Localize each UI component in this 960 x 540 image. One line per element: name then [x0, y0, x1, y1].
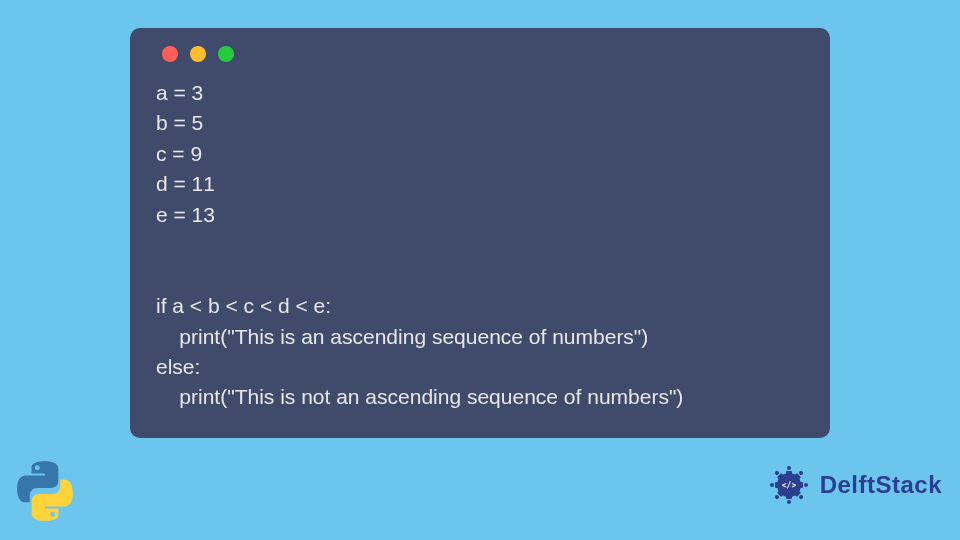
- svg-point-11: [787, 500, 791, 504]
- code-line: print("This is not an ascending sequence…: [156, 385, 683, 408]
- svg-point-14: [774, 470, 780, 476]
- svg-point-13: [770, 483, 774, 487]
- python-logo-icon: [14, 460, 76, 522]
- minimize-dot-icon: [190, 46, 206, 62]
- code-line: c = 9: [156, 142, 202, 165]
- code-line: else:: [156, 355, 200, 378]
- code-line: d = 11: [156, 172, 215, 195]
- delftstack-brand: </> DelftStack: [764, 460, 942, 510]
- svg-rect-3: [786, 471, 792, 477]
- code-line: b = 5: [156, 111, 203, 134]
- svg-point-9: [804, 483, 808, 487]
- code-window: a = 3 b = 5 c = 9 d = 11 e = 13 if a < b…: [130, 28, 830, 438]
- svg-text:</>: </>: [781, 481, 796, 490]
- maximize-dot-icon: [218, 46, 234, 62]
- svg-point-15: [787, 466, 791, 470]
- svg-point-16: [798, 470, 804, 476]
- code-line: e = 13: [156, 203, 215, 226]
- svg-rect-1: [775, 482, 781, 488]
- window-titlebar: [156, 46, 804, 62]
- svg-point-10: [798, 494, 804, 500]
- code-block: a = 3 b = 5 c = 9 d = 11 e = 13 if a < b…: [156, 78, 804, 413]
- code-line: a = 3: [156, 81, 203, 104]
- svg-point-12: [774, 494, 780, 500]
- svg-rect-7: [786, 493, 792, 499]
- svg-rect-5: [797, 482, 803, 488]
- close-dot-icon: [162, 46, 178, 62]
- delftstack-label: DelftStack: [820, 471, 942, 499]
- delftstack-badge-icon: </>: [764, 460, 814, 510]
- code-line: if a < b < c < d < e:: [156, 294, 331, 317]
- code-line: print("This is an ascending sequence of …: [156, 325, 648, 348]
